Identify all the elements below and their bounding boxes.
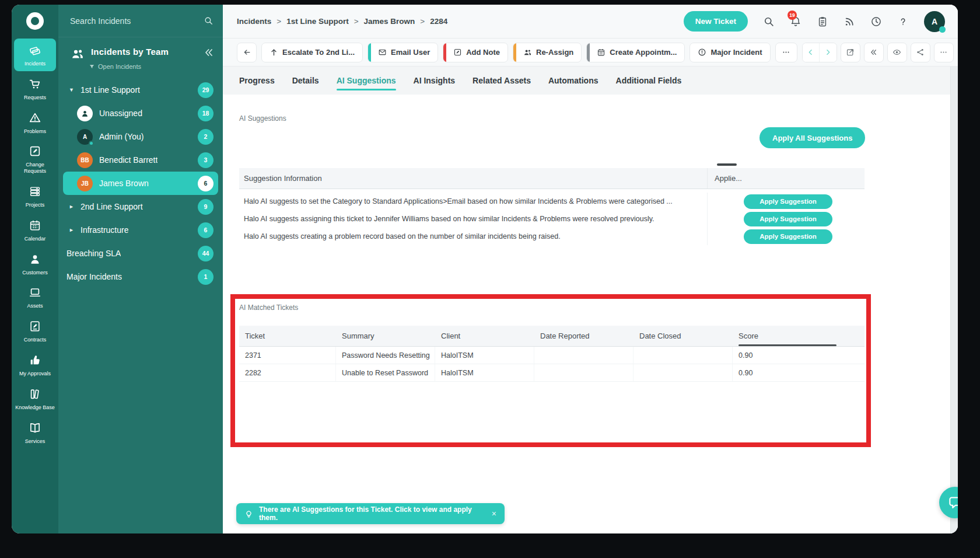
rail-item-customers[interactable]: Customers — [14, 247, 56, 280]
avatar — [77, 106, 93, 121]
eye-button[interactable] — [887, 43, 907, 62]
matched-ticket-row[interactable]: 2282Unable to Reset PasswordHaloITSM0.90 — [239, 364, 864, 382]
chat-fab-button[interactable] — [939, 487, 958, 518]
tab-progress[interactable]: Progress — [239, 67, 275, 95]
sidebar-item-infrastructure[interactable]: ► Infrastructure 6 — [63, 218, 218, 242]
user-avatar[interactable]: A — [924, 11, 945, 32]
chevron-left-button[interactable] — [803, 43, 820, 62]
toolbar-re-assign-button[interactable]: Re-Assign — [513, 43, 582, 62]
search-input[interactable] — [70, 16, 204, 26]
toolbar-email-user-button[interactable]: Email User — [368, 43, 438, 62]
apply-suggestion-button[interactable]: Apply Suggestion — [744, 212, 832, 226]
ai-suggestions-table-header: Suggestion Information Applie... — [239, 168, 864, 189]
rail-item-calendar[interactable]: Calendar — [14, 214, 56, 246]
ai-suggestions-toast[interactable]: There are AI Suggestions for this Ticket… — [236, 503, 505, 524]
new-ticket-button[interactable]: New Ticket — [684, 11, 748, 32]
breadcrumb-item-james-brown[interactable]: James Brown — [364, 17, 415, 26]
breadcrumb-item-incidents[interactable]: Incidents — [237, 17, 271, 26]
matched-col-date-closed[interactable]: Date Closed — [634, 326, 733, 346]
rail-item-services[interactable]: Services — [14, 416, 56, 449]
toolbar-major-incident-button[interactable]: Major Incident — [690, 43, 770, 62]
sidebar-item-james-brown[interactable]: JB James Brown 6 — [63, 172, 218, 195]
rail-item-requests[interactable]: Requests — [14, 72, 56, 105]
rail-item-my-approvals[interactable]: My Approvals — [14, 348, 56, 381]
tab-automations[interactable]: Automations — [548, 67, 598, 95]
share-button[interactable] — [911, 43, 930, 62]
rail-item-problems[interactable]: Problems — [14, 106, 56, 139]
tab-additional-fields[interactable]: Additional Fields — [616, 67, 682, 95]
rss-button[interactable] — [844, 16, 855, 27]
rail-item-incidents[interactable]: Incidents — [14, 39, 56, 71]
column-header-applied[interactable]: Applie... — [707, 168, 864, 189]
matched-cell — [534, 364, 634, 381]
search-button[interactable] — [763, 16, 775, 27]
rail-item-contracts[interactable]: Contracts — [14, 315, 56, 347]
suggestion-row[interactable]: Halo AI suggests assigning this ticket t… — [239, 210, 864, 228]
count-badge: 6 — [198, 176, 214, 191]
back-button[interactable] — [237, 43, 257, 62]
ellipsis-button[interactable] — [934, 43, 954, 62]
matched-ticket-row[interactable]: 2371Password Needs ResettingHaloITSM0.90 — [239, 347, 864, 364]
breadcrumb-item-1st-line-support[interactable]: 1st Line Support — [286, 17, 349, 26]
count-badge: 18 — [198, 106, 214, 121]
tab-related-assets[interactable]: Related Assets — [473, 67, 531, 95]
apply-suggestion-button[interactable]: Apply Suggestion — [744, 229, 832, 244]
column-header-suggestion-information[interactable]: Suggestion Information — [239, 174, 707, 183]
tab-ai-suggestions[interactable]: AI Suggestions — [337, 67, 396, 95]
caret-icon: ► — [69, 204, 80, 210]
contract-icon — [29, 320, 41, 333]
sidebar-search[interactable] — [58, 5, 223, 37]
avatar: A — [77, 129, 93, 145]
sidebar-item-admin-you[interactable]: A Admin (You) 2 — [63, 125, 218, 148]
question-button[interactable] — [897, 16, 909, 27]
sidebar-item-major-incidents[interactable]: Major Incidents 1 — [63, 265, 218, 288]
rail-item-knowledge-base[interactable]: Knowledge Base — [14, 382, 56, 415]
suggestion-row[interactable]: Halo AI suggests to set the Category to … — [239, 193, 864, 210]
double-chevron-left-button[interactable] — [864, 43, 884, 62]
clipboard-button[interactable] — [817, 16, 828, 27]
toolbar-add-note-button[interactable]: Add Note — [443, 43, 508, 62]
tab-details[interactable]: Details — [292, 67, 319, 95]
calendar-icon — [29, 219, 41, 232]
rail-item-projects[interactable]: Projects — [14, 180, 56, 212]
apply-all-suggestions-button[interactable]: Apply All Suggestions — [760, 127, 865, 148]
sidebar-item-1st-line-support[interactable]: ▼ 1st Line Support 29 — [63, 78, 218, 102]
color-bar — [368, 43, 371, 62]
column-resize-handle[interactable] — [717, 163, 737, 166]
sidebar-item-2nd-line-support[interactable]: ► 2nd Line Support 9 — [63, 195, 218, 218]
matched-col-date-reported[interactable]: Date Reported — [534, 326, 634, 346]
sidebar-item-unassigned[interactable]: Unassigned 18 — [63, 102, 218, 125]
toolbar-more-button[interactable] — [775, 43, 797, 62]
toast-close-button[interactable]: × — [492, 509, 496, 518]
toolbar-escalate-to-2nd-li-button[interactable]: Escalate To 2nd Li... — [261, 43, 363, 62]
suggestion-row[interactable]: Halo AI suggests creating a problem reco… — [239, 228, 864, 245]
matched-col-score[interactable]: Score — [733, 326, 864, 346]
edit-box-button[interactable] — [841, 43, 860, 62]
sidebar-item-benedict-barrett[interactable]: BB Benedict Barrett 3 — [63, 148, 218, 172]
app-logo[interactable] — [12, 5, 58, 37]
tab-ai-insights[interactable]: AI Insights — [414, 67, 456, 95]
matched-col-client[interactable]: Client — [435, 326, 534, 346]
rail-item-change-requests[interactable]: Change Requests — [14, 140, 56, 179]
sidebar-item-breaching-sla[interactable]: Breaching SLA 44 — [63, 242, 218, 265]
bell-button[interactable]: 19 — [790, 16, 802, 27]
matched-table-header: TicketSummaryClientDate ReportedDate Clo… — [239, 326, 864, 347]
thumb-icon — [29, 354, 41, 367]
matched-col-ticket[interactable]: Ticket — [239, 326, 336, 346]
sidebar: Incidents by Team Open Incidents ▼ 1st L… — [58, 5, 223, 533]
double-chevron-left-icon — [869, 48, 878, 57]
app-rail: Incidents Requests Problems Change Reque… — [12, 5, 58, 533]
apply-suggestion-button[interactable]: Apply Suggestion — [744, 194, 832, 209]
lightbulb-icon — [244, 510, 253, 518]
toolbar-create-appointm-button[interactable]: Create Appointm... — [586, 43, 685, 62]
count-badge: 1 — [198, 269, 214, 285]
sidebar-filter[interactable]: Open Incidents — [58, 63, 223, 70]
ai-matched-tickets-table: TicketSummaryClientDate ReportedDate Clo… — [239, 326, 864, 382]
double-chevron-left-icon[interactable] — [203, 47, 215, 58]
chevron-right-button[interactable] — [820, 43, 836, 62]
rail-item-assets[interactable]: Assets — [14, 281, 56, 313]
breadcrumb-item-2284[interactable]: 2284 — [430, 17, 447, 26]
matched-col-summary[interactable]: Summary — [336, 326, 435, 346]
main-scrollbar[interactable] — [950, 67, 958, 533]
clock-button[interactable] — [870, 16, 882, 27]
